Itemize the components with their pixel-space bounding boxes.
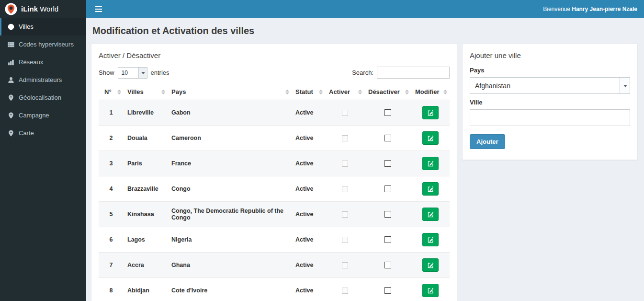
column-header-statut[interactable]: Statut (292, 84, 325, 100)
table-row: 7 Accra Ghana Active (99, 253, 450, 278)
sidebar-link-reseaux[interactable]: Réseaux (0, 53, 86, 71)
pays-select-wrap: Afghanistan (470, 77, 630, 94)
ajouter-ville-panel: Ajouter une ville Pays Afghanistan Ville… (462, 44, 638, 160)
sidebar-item-reseaux: Réseaux (0, 53, 86, 71)
sidebar-item-carte: Carte (0, 124, 86, 142)
sidebar-toggle-button[interactable] (93, 3, 104, 15)
sidebar-item-label: Carte (19, 129, 34, 137)
activer-checkbox (342, 288, 348, 294)
brand[interactable]: iLink World (0, 0, 86, 18)
activer-checkbox (342, 186, 348, 192)
sidebar-link-administrateurs[interactable]: Administrateurs (0, 71, 86, 89)
column-header-activer[interactable]: Activer (325, 84, 364, 100)
column-header-modifier[interactable]: Modifier (411, 84, 450, 100)
sidebar-menu: Villes Codes hyperviseurs Réseaux (0, 18, 86, 142)
search-input[interactable] (377, 67, 450, 79)
pays-select[interactable]: Afghanistan (470, 77, 630, 94)
panel-title: Activer / Désactiver (99, 51, 450, 59)
sidebar-item-geolocalisation: Géolocalisation (0, 89, 86, 106)
user-name: Hanry Jean-pierre Nzale (572, 6, 637, 12)
pays-cell: France (168, 151, 292, 176)
column-header-num[interactable]: N° (99, 84, 124, 100)
sidebar-item-administrateurs: Administrateurs (0, 71, 86, 89)
activer-checkbox (342, 135, 348, 141)
statut-cell: Active (292, 253, 325, 278)
ville-input[interactable] (470, 109, 630, 126)
search-control: Search: (352, 67, 450, 79)
desactiver-checkbox[interactable] (384, 135, 391, 141)
sidebar-item-label: Réseaux (19, 58, 43, 66)
modifier-button[interactable] (422, 106, 439, 119)
ville-cell: Douala (124, 126, 168, 151)
brand-bold: iLink (21, 5, 38, 13)
desactiver-checkbox[interactable] (384, 160, 391, 167)
villes-table: N° Villes Pays Statut Activer Désactiver… (99, 84, 450, 301)
table-row: 3 Paris France Active (99, 151, 450, 176)
edit-icon (428, 161, 434, 167)
edit-icon (428, 211, 434, 218)
brand-regular: World (40, 5, 58, 13)
modifier-button[interactable] (422, 258, 439, 272)
welcome-text[interactable]: Bienvenue Hanry Jean-pierre Nzale (543, 6, 637, 12)
activer-checkbox (342, 237, 348, 243)
sidebar-link-carte[interactable]: Carte (0, 124, 86, 142)
column-header-villes[interactable]: Villes (124, 84, 168, 100)
activer-checkbox (342, 211, 348, 218)
desactiver-checkbox[interactable] (384, 287, 391, 294)
ajouter-button[interactable]: Ajouter (470, 134, 505, 149)
modifier-button[interactable] (422, 182, 439, 196)
pays-cell: Congo, The Democratic Republic of the Co… (168, 202, 292, 227)
modifier-button[interactable] (422, 131, 439, 145)
sidebar-link-villes[interactable]: Villes (0, 18, 86, 35)
edit-icon (428, 237, 434, 243)
pays-cell: Nigeria (168, 227, 292, 253)
modifier-button[interactable] (422, 233, 439, 246)
user-icon (7, 76, 14, 83)
table-row: 8 Abidjan Cote d'Ivoire Active (99, 278, 450, 301)
desactiver-checkbox[interactable] (384, 109, 391, 116)
table-row: 6 Lagos Nigeria Active (99, 227, 450, 253)
sidebar-link-geolocalisation[interactable]: Géolocalisation (0, 89, 86, 106)
sort-icon (405, 90, 409, 94)
column-header-desactiver[interactable]: Désactiver (364, 84, 411, 100)
sidebar-item-label: Administrateurs (19, 76, 62, 83)
desactiver-checkbox[interactable] (384, 185, 391, 192)
table-row: 2 Douala Cameroon Active (99, 126, 450, 151)
table-header-row: N° Villes Pays Statut Activer Désactiver… (99, 84, 450, 100)
ville-cell: Paris (124, 151, 168, 176)
desactiver-checkbox[interactable] (384, 211, 391, 218)
modifier-button[interactable] (422, 284, 439, 297)
sidebar-link-codes-hyperviseurs[interactable]: Codes hyperviseurs (0, 35, 86, 53)
pays-cell: Gabon (168, 100, 292, 126)
desactiver-checkbox[interactable] (384, 236, 391, 243)
statut-cell: Active (292, 151, 325, 176)
sidebar-item-villes: Villes (0, 18, 86, 35)
statut-cell: Active (292, 202, 325, 227)
sidebar-link-campagne[interactable]: Campagne (0, 106, 86, 124)
pays-cell: Cote d'Ivoire (168, 278, 292, 301)
row-number: 1 (99, 100, 124, 126)
activer-checkbox (342, 110, 348, 116)
desactiver-checkbox[interactable] (384, 262, 391, 268)
modifier-button[interactable] (422, 157, 439, 170)
page-length-select[interactable]: 10 (118, 67, 147, 79)
sidebar-item-label: Villes (19, 23, 34, 30)
modifier-button[interactable] (422, 208, 439, 221)
globe-icon (7, 23, 14, 30)
ville-cell: Lagos (124, 227, 168, 253)
table-body: 1 Libreville Gabon Active (99, 100, 450, 301)
column-header-pays[interactable]: Pays (168, 84, 292, 100)
app-logo-icon (5, 3, 17, 15)
page-length-select-wrap: 10 (118, 67, 147, 79)
activer-desactiver-panel: Activer / Désactiver Show 10 entries Sea… (91, 44, 457, 301)
row-number: 2 (99, 126, 124, 151)
sidebar: Villes Codes hyperviseurs Réseaux (0, 18, 86, 301)
activer-checkbox (342, 161, 348, 167)
sidebar-item-label: Campagne (19, 112, 49, 119)
brand-text: iLink World (21, 5, 58, 13)
map-marker-icon (7, 129, 14, 137)
ville-cell: Brazzaville (124, 176, 168, 202)
list-icon (7, 41, 14, 48)
pays-cell: Cameroon (168, 126, 292, 151)
row-number: 4 (99, 176, 124, 202)
